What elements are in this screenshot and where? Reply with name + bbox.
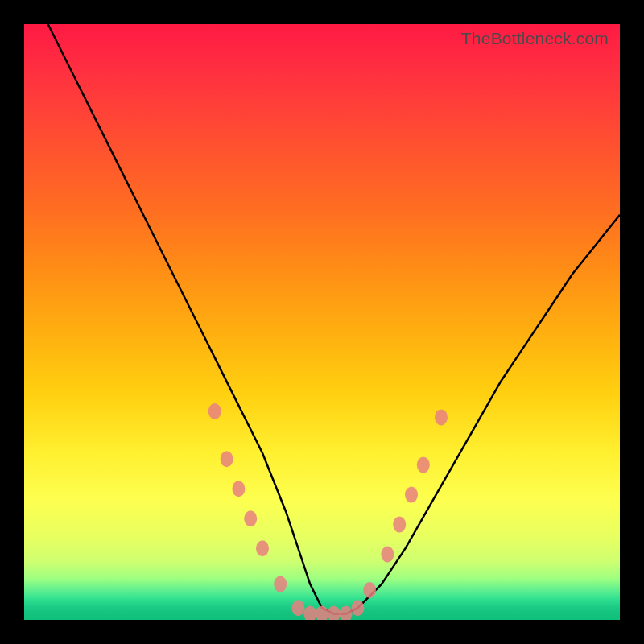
- marker-dot: [232, 481, 245, 497]
- marker-dot: [291, 600, 304, 616]
- bottleneck-curve: [48, 24, 620, 614]
- marker-dot: [417, 457, 430, 473]
- marker-dot: [435, 409, 448, 425]
- marker-dot: [351, 600, 364, 616]
- marker-dot: [363, 582, 376, 598]
- marker-dot: [393, 517, 406, 533]
- marker-dot: [208, 403, 221, 419]
- marker-dot: [274, 576, 287, 592]
- marker-dot: [256, 540, 269, 556]
- bottleneck-curve-svg: [24, 24, 620, 620]
- marker-dot: [340, 606, 353, 620]
- curve-markers: [208, 403, 448, 620]
- marker-dot: [328, 606, 341, 620]
- chart-frame: TheBottleneck.com: [0, 0, 644, 644]
- marker-dot: [381, 547, 394, 563]
- marker-dot: [405, 487, 418, 503]
- marker-dot: [244, 510, 257, 526]
- marker-dot: [221, 451, 233, 467]
- marker-dot: [303, 606, 316, 620]
- plot-area: TheBottleneck.com: [24, 24, 620, 620]
- marker-dot: [316, 606, 328, 620]
